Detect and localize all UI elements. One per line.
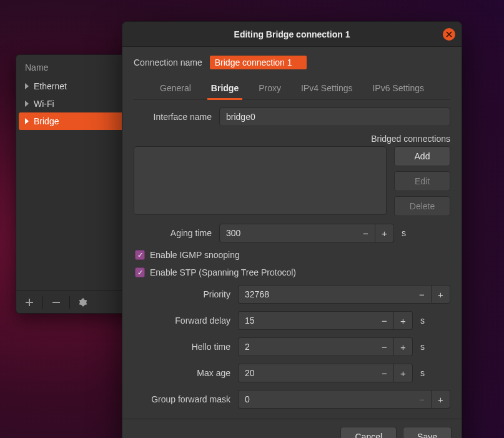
max-age-row: Max age − + s — [134, 364, 450, 382]
max-age-label: Max age — [134, 368, 230, 378]
connection-name-label: Connection name — [134, 57, 202, 67]
group-forward-mask-label: Group forward mask — [134, 394, 230, 404]
forward-delay-decrement[interactable]: − — [375, 311, 394, 330]
interface-name-label: Interface name — [134, 112, 212, 122]
forward-delay-input[interactable] — [238, 311, 375, 330]
priority-row: Priority − + — [134, 285, 450, 304]
chevron-right-icon — [25, 83, 29, 89]
connection-item-label: Bridge — [34, 116, 59, 126]
toolbar-separator — [69, 296, 70, 309]
interface-name-row: Interface name — [134, 107, 450, 126]
bridged-connections-list[interactable] — [134, 146, 387, 215]
aging-time-unit: s — [402, 228, 412, 238]
group-forward-mask-row: Group forward mask − + — [134, 390, 450, 409]
chevron-right-icon — [25, 118, 29, 124]
hello-time-input[interactable] — [238, 337, 375, 356]
aging-time-label: Aging time — [134, 228, 212, 238]
toolbar-separator — [42, 296, 43, 309]
hello-time-unit: s — [420, 342, 430, 352]
priority-input[interactable] — [238, 285, 413, 304]
svg-rect-0 — [52, 302, 60, 303]
forward-delay-label: Forward delay — [134, 316, 230, 326]
bridged-connections-section: Bridged connections Add Edit Delete — [134, 134, 450, 216]
hello-time-decrement[interactable]: − — [375, 337, 394, 356]
connection-name-row: Connection name — [134, 56, 450, 69]
hello-time-label: Hello time — [134, 342, 230, 352]
add-bridged-button[interactable]: Add — [394, 146, 450, 166]
igmp-row: ✓ Enable IGMP snooping — [135, 250, 450, 260]
forward-delay-increment[interactable]: + — [394, 311, 413, 330]
priority-increment[interactable]: + — [432, 285, 450, 304]
tabs: General Bridge Proxy IPv4 Settings IPv6 … — [134, 77, 450, 100]
stp-label: Enable STP (Spanning Tree Protocol) — [150, 267, 296, 277]
add-connection-button[interactable] — [20, 294, 39, 311]
tab-general[interactable]: General — [157, 78, 194, 99]
tab-bridge[interactable]: Bridge — [209, 78, 241, 99]
group-forward-mask-input[interactable] — [238, 390, 413, 409]
priority-label: Priority — [134, 289, 230, 299]
stp-row: ✓ Enable STP (Spanning Tree Protocol) — [135, 267, 450, 277]
hello-time-increment[interactable]: + — [394, 337, 413, 356]
connection-item-label: Ethernet — [34, 81, 67, 91]
igmp-label: Enable IGMP snooping — [150, 250, 240, 260]
igmp-checkbox[interactable]: ✓ — [135, 250, 145, 260]
tab-ipv4[interactable]: IPv4 Settings — [299, 78, 355, 99]
hello-time-row: Hello time − + s — [134, 337, 450, 356]
tab-ipv6[interactable]: IPv6 Settings — [370, 78, 427, 99]
max-age-unit: s — [420, 368, 430, 378]
aging-time-input[interactable] — [219, 224, 357, 242]
delete-bridged-button[interactable]: Delete — [394, 196, 450, 216]
forward-delay-unit: s — [420, 316, 430, 326]
chevron-right-icon — [25, 101, 29, 107]
max-age-input[interactable] — [238, 364, 375, 382]
group-forward-mask-decrement[interactable]: − — [413, 390, 432, 409]
cancel-button[interactable]: Cancel — [340, 427, 397, 438]
dialog-title: Editing Bridge connection 1 — [234, 29, 350, 39]
group-forward-mask-increment[interactable]: + — [432, 390, 450, 409]
minus-icon — [52, 299, 60, 306]
priority-decrement[interactable]: − — [413, 285, 432, 304]
max-age-increment[interactable]: + — [394, 364, 413, 382]
dialog-footer: Cancel Save — [122, 419, 462, 438]
save-button[interactable]: Save — [403, 427, 452, 438]
connection-item-label: Wi-Fi — [34, 99, 54, 109]
tab-proxy[interactable]: Proxy — [256, 78, 284, 99]
plus-icon — [26, 299, 33, 306]
close-button[interactable] — [443, 28, 455, 41]
dialog-titlebar: Editing Bridge connection 1 — [122, 22, 462, 47]
bridged-connections-label: Bridged connections — [134, 134, 450, 144]
forward-delay-row: Forward delay − + s — [134, 311, 450, 330]
stp-checkbox[interactable]: ✓ — [135, 267, 145, 277]
aging-time-decrement[interactable]: − — [357, 224, 375, 242]
interface-name-input[interactable] — [219, 107, 450, 126]
aging-time-row: Aging time − + s — [134, 224, 450, 242]
close-icon — [446, 31, 452, 37]
edit-connection-dialog: Editing Bridge connection 1 Connection n… — [122, 21, 462, 438]
remove-connection-button[interactable] — [47, 294, 66, 311]
dialog-body: Connection name General Bridge Proxy IPv… — [122, 47, 462, 419]
gear-icon — [79, 298, 87, 307]
max-age-decrement[interactable]: − — [375, 364, 394, 382]
connection-name-input[interactable] — [210, 56, 307, 69]
aging-time-increment[interactable]: + — [375, 224, 394, 242]
settings-connection-button[interactable] — [74, 294, 92, 311]
edit-bridged-button[interactable]: Edit — [394, 171, 450, 191]
